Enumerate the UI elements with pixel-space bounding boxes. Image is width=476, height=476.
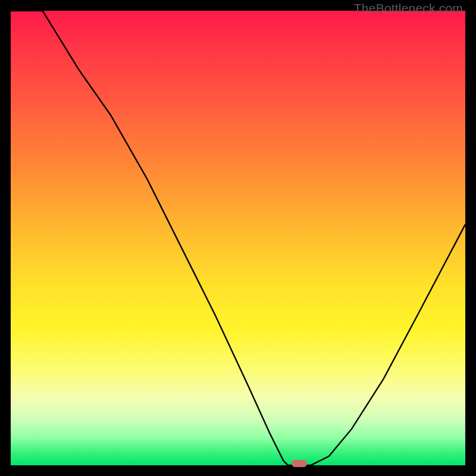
plot-area (11, 11, 465, 465)
chart-frame: TheBottleneck.com (0, 0, 476, 476)
watermark-text: TheBottleneck.com (354, 1, 463, 15)
optimum-marker (292, 460, 308, 467)
curve-path (11, 11, 465, 465)
bottleneck-curve (11, 11, 465, 465)
